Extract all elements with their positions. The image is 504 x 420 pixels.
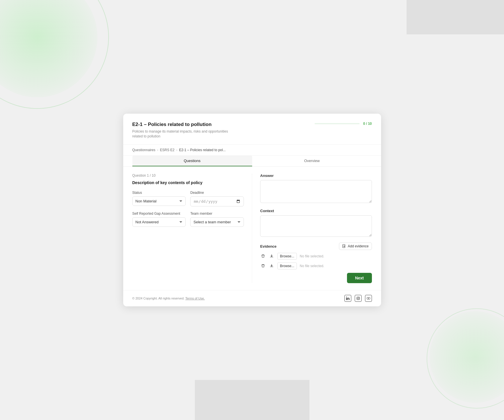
team-label: Team member: [190, 212, 244, 216]
breadcrumb: Questionnaires › ESRS E2 › E2-1 – Polici…: [123, 145, 381, 156]
trash-icon: [261, 254, 265, 258]
left-panel: Question 1 / 10 Description of key conte…: [132, 173, 252, 283]
download-icon: [270, 254, 274, 258]
no-file-2-text: No file selected.: [300, 264, 324, 268]
download-evidence-1-button[interactable]: [269, 253, 274, 260]
context-textarea[interactable]: [260, 215, 372, 237]
delete-evidence-2-button[interactable]: [260, 263, 266, 269]
progress-bar-container: [315, 123, 360, 124]
gap-label: Self Reported Gap Assessment: [132, 212, 186, 216]
status-select[interactable]: Non Material Material Not Answered: [132, 196, 186, 206]
add-evidence-label: Add evidence: [348, 244, 369, 248]
no-file-1-text: No file selected.: [300, 254, 324, 258]
card-footer: © 2024 Copyright. All rights reserved. T…: [123, 290, 381, 306]
team-select[interactable]: Select a team member: [190, 217, 244, 227]
svg-marker-7: [368, 298, 369, 299]
question-label: Question 1 / 10: [132, 173, 244, 178]
breadcrumb-sep-1: ›: [157, 148, 158, 152]
header-right: 0 / 10: [315, 122, 372, 126]
right-panel: Answer Context Evidence Add evidence: [252, 173, 372, 283]
download-icon-2: [270, 264, 274, 268]
svg-rect-1: [346, 298, 347, 300]
svg-point-4: [357, 298, 359, 299]
tab-questions[interactable]: Questions: [132, 156, 252, 166]
svg-point-2: [346, 297, 347, 297]
action-row: Next: [260, 273, 372, 283]
browse-2-button[interactable]: Browse...: [277, 263, 297, 269]
form-group-status: Status Non Material Material Not Answere…: [132, 191, 186, 206]
deadline-label: Deadline: [190, 191, 244, 195]
footer-copyright: © 2024 Copyright. All rights reserved. T…: [132, 297, 205, 300]
breadcrumb-sep-2: ›: [176, 148, 177, 152]
card-header: E2-1 – Policies related to pollution Pol…: [123, 114, 381, 145]
breadcrumb-questionnaires[interactable]: Questionnaires: [132, 148, 156, 152]
gap-select[interactable]: Not Answered Yes No: [132, 217, 186, 227]
svg-point-5: [359, 297, 359, 298]
breadcrumb-current: E2-1 – Policies related to pol...: [179, 148, 226, 152]
form-group-gap: Self Reported Gap Assessment Not Answere…: [132, 212, 186, 227]
form-group-deadline: Deadline: [190, 191, 244, 206]
tab-overview[interactable]: Overview: [252, 156, 372, 166]
trash-icon-2: [261, 264, 265, 268]
next-button[interactable]: Next: [347, 273, 372, 283]
deadline-input[interactable]: [190, 196, 244, 206]
status-label: Status: [132, 191, 186, 195]
answer-label: Answer: [260, 173, 372, 178]
progress-text: 0 / 10: [363, 122, 372, 126]
linkedin-icon[interactable]: [344, 295, 351, 302]
terms-link[interactable]: Terms of Use.: [185, 297, 205, 300]
breadcrumb-esrs-e2[interactable]: ESRS E2: [160, 148, 174, 152]
main-card: E2-1 – Policies related to pollution Pol…: [123, 114, 381, 307]
question-description: Description of key contents of policy: [132, 180, 244, 185]
form-group-team: Team member Select a team member: [190, 212, 244, 227]
form-row-status-deadline: Status Non Material Material Not Answere…: [132, 191, 244, 206]
svg-rect-3: [357, 297, 360, 300]
instagram-icon[interactable]: [355, 295, 362, 302]
add-evidence-button[interactable]: Add evidence: [339, 242, 372, 250]
evidence-row-2: Browse... No file selected.: [260, 263, 372, 269]
evidence-row-1: Browse... No file selected.: [260, 253, 372, 260]
download-evidence-2-button[interactable]: [269, 263, 274, 269]
answer-textarea[interactable]: [260, 180, 372, 203]
tab-bar: Questions Overview: [123, 156, 381, 167]
context-label: Context: [260, 209, 372, 213]
content-area: Question 1 / 10 Description of key conte…: [123, 167, 381, 290]
evidence-label: Evidence: [260, 244, 276, 249]
footer-social: [344, 295, 372, 302]
youtube-icon[interactable]: [365, 295, 372, 302]
evidence-header: Evidence Add evidence: [260, 242, 372, 250]
copyright-text: © 2024 Copyright. All rights reserved.: [132, 297, 185, 300]
browse-1-button[interactable]: Browse...: [277, 253, 297, 260]
delete-evidence-1-button[interactable]: [260, 253, 266, 260]
page-subtitle: Policies to manage its material impacts,…: [132, 129, 236, 139]
file-add-icon: [342, 244, 346, 248]
page-title: E2-1 – Policies related to pollution: [132, 122, 236, 127]
form-row-gap-team: Self Reported Gap Assessment Not Answere…: [132, 212, 244, 227]
header-left: E2-1 – Policies related to pollution Pol…: [132, 122, 236, 139]
